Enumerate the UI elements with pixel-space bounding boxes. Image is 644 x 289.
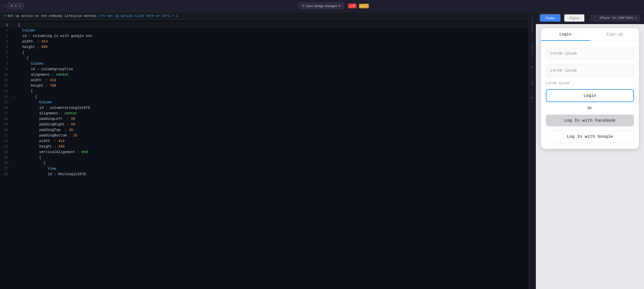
line-content-20: paddingTop : 16 [16, 127, 73, 133]
actions-label[interactable]: ACTIONS [531, 42, 534, 56]
shortcuts-bar: SHORTCUTS ACTIONS ◎ DOCS ⊡ [529, 12, 536, 289]
fold-arrow-8 [12, 61, 16, 66]
target-icon[interactable]: ◎ [530, 64, 535, 69]
action-bar-comment: //To set up action click here or Ctrl + … [97, 14, 178, 18]
warning-badge[interactable]: ▲ 17 [359, 4, 369, 8]
code-line-8: 8 Column [0, 61, 529, 66]
line-content-25: [ [16, 155, 41, 160]
divider-4 [532, 89, 533, 94]
line-content-4: width : 414 [16, 39, 48, 44]
line-content-17: alignment : center [16, 111, 77, 116]
line-content-5: height : 896 [16, 44, 48, 50]
docs-label[interactable]: DOCS [531, 78, 534, 86]
app-tab-signup[interactable]: Sign-up [590, 28, 639, 41]
fold-arrow-7[interactable]: — [12, 55, 16, 61]
line-num-11: 11 [0, 77, 12, 83]
fold-arrow-11 [12, 77, 16, 83]
line-num-18: 18 [0, 116, 12, 122]
fold-arrow-1[interactable]: — [12, 22, 16, 28]
shortcuts-group: SHORTCUTS [531, 14, 534, 34]
line-num-8: 8 [0, 61, 12, 66]
comment-link[interactable]: //To set up action click here or Ctrl + … [97, 14, 178, 18]
line-content-14: { [16, 94, 37, 100]
fold-arrow-13 [12, 88, 16, 94]
forgot-label[interactable]: Lorem ipsum [546, 81, 634, 85]
fold-arrow-9 [12, 66, 16, 72]
action-bar-label: Set up action on the onReady lifecycle m… [8, 14, 96, 18]
code-line-10: 10 alignment : center [0, 72, 529, 77]
fold-arrow-20 [12, 127, 16, 133]
fold-arrow-14[interactable]: — [12, 94, 16, 100]
code-line-7: 7 — { [0, 55, 529, 61]
error-badge[interactable]: ⚠ 0 [348, 4, 356, 8]
fold-arrow-15 [12, 100, 16, 105]
fold-arrow-24 [12, 149, 16, 155]
divider-1 [532, 35, 533, 40]
line-content-28: id : Rectangle1078 [16, 171, 86, 177]
google-login-button[interactable]: Log In with Google [546, 130, 634, 143]
main-content: + Set up action on the onReady lifecycle… [0, 12, 644, 289]
code-line-6: 6 [ [0, 50, 529, 55]
code-line-3: 3 id : columnlog in with google one [0, 33, 529, 39]
line-content-23: height : 330 [16, 144, 65, 149]
code-line-5: 5 height : 896 [0, 44, 529, 50]
line-content-12: height : 780 [16, 83, 56, 88]
line-content-3: id : columnlog in with google one [16, 33, 92, 39]
figma-tab[interactable]: Figma [564, 14, 585, 22]
line-num-28: 28 [0, 171, 12, 177]
code-line-12: 12 height : 780 [0, 83, 529, 88]
line-content-27: View [16, 166, 56, 171]
code-line-14: 14 — { [0, 94, 529, 100]
version-selector[interactable]: 0.1 ▾ [8, 3, 24, 9]
code-editor: + Set up action on the onReady lifecycle… [0, 12, 529, 289]
sync-button[interactable]: ↻ Sync design changes ▾ [298, 3, 344, 9]
login-button[interactable]: Login [546, 89, 634, 102]
line-content-26: { [16, 160, 46, 166]
device-icon: 📱 [594, 16, 598, 20]
line-content-18: paddingLeft : 88 [16, 116, 75, 122]
code-line-1: 1 — { [0, 22, 529, 28]
line-content-13: [ [16, 88, 33, 94]
version-label: 0.1 [11, 4, 17, 8]
device-label: iPhone 14 [599, 16, 616, 20]
code-line-26: 26 — { [0, 160, 529, 166]
grid-icon[interactable]: ⊡ [530, 95, 535, 101]
google-login-label: Log In with Google [567, 134, 613, 139]
line-content-10: alignment : center [16, 72, 69, 77]
line-num-2: 2 [0, 28, 12, 33]
fold-arrow-16 [12, 105, 16, 111]
device-selector[interactable]: 📱 iPhone 14 (390*844) ▾ [591, 15, 640, 21]
line-num-1: 1 [0, 22, 12, 28]
username-input[interactable]: Lorem ipsum [546, 47, 634, 60]
line-num-6: 6 [0, 50, 12, 55]
fold-arrow-22 [12, 138, 16, 144]
line-num-26: 26 [0, 160, 12, 166]
fold-arrow-10 [12, 72, 16, 77]
line-num-9: 9 [0, 66, 12, 72]
line-num-3: 3 [0, 33, 12, 39]
flutter-tab[interactable]: Flutter [540, 14, 561, 22]
line-content-8: Column [16, 61, 44, 66]
fold-arrow-12 [12, 83, 16, 88]
code-line-9: 9 id : columngroupfive [0, 66, 529, 72]
password-input[interactable]: Lorem ipsum [546, 64, 634, 77]
shortcuts-label[interactable]: SHORTCUTS [531, 16, 534, 32]
divider-2 [532, 58, 533, 63]
fold-arrow-25 [12, 155, 16, 160]
line-num-16: 16 [0, 105, 12, 111]
line-content-6: [ [16, 50, 24, 55]
warning-icon: ▲ [361, 4, 363, 8]
line-num-5: 5 [0, 44, 12, 50]
line-content-16: id : columnrectangle1078 [16, 105, 90, 111]
sync-label: Sync design changes [306, 4, 337, 8]
toolbar-logo: □ 0.1 ▾ [4, 3, 24, 9]
app-tab-login[interactable]: Login [541, 28, 590, 41]
code-line-18: 18 paddingLeft : 88 [0, 116, 529, 122]
preview-panel: Flutter Figma 📱 iPhone 14 (390*844) ▾ Lo… [536, 12, 644, 289]
code-line-27: 27 View [0, 166, 529, 171]
fold-arrow-28 [12, 171, 16, 177]
facebook-login-button[interactable]: Log In with Facebook [546, 115, 634, 126]
code-line-11: 11 width : 414 [0, 77, 529, 83]
fold-arrow-26[interactable]: — [12, 160, 16, 166]
phone-frame: Login Sign-up Lorem ipsum Lorem ipsum [536, 24, 644, 289]
